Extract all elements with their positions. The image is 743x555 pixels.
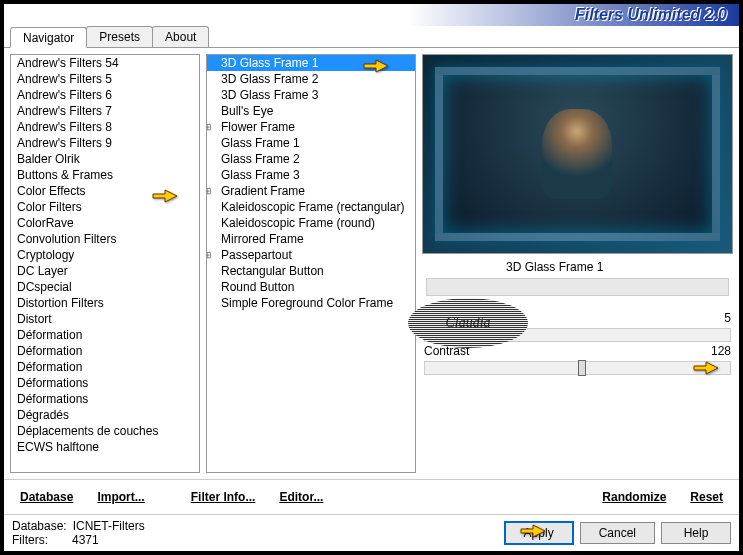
filter-item[interactable]: Kaleidoscopic Frame (round) [207,215,415,231]
apply-button[interactable]: Apply [504,521,574,545]
category-item[interactable]: Déformation [11,343,199,359]
tab-about[interactable]: About [152,26,209,47]
toolbar-row: Database Import... Filter Info... Editor… [4,479,739,514]
param-value: 128 [711,344,731,358]
category-item[interactable]: Dégradés [11,407,199,423]
app-title: Filters Unlimited 2.0 [575,6,727,24]
category-list[interactable]: Andrew's Filters 54Andrew's Filters 5And… [10,54,200,473]
category-item[interactable]: Andrew's Filters 54 [11,55,199,71]
tab-navigator[interactable]: Navigator [10,27,87,48]
db-value: ICNET-Filters [73,519,145,533]
current-filter-row: 3D Glass Frame 1 [422,254,733,303]
title-bar: Filters Unlimited 2.0 [4,4,739,26]
filter-list[interactable]: 3D Glass Frame 13D Glass Frame 23D Glass… [206,54,416,473]
param-label: Contrast [424,344,469,358]
filters-label: Filters: [12,533,48,547]
slider-thumb[interactable] [578,360,586,376]
filter-item[interactable]: Gradient Frame [207,183,415,199]
status-info: Database: ICNET-Filters Filters: 4371 [12,519,145,547]
category-item[interactable]: Déformations [11,391,199,407]
editor-button[interactable]: Editor... [269,486,333,508]
category-item[interactable]: Andrew's Filters 7 [11,103,199,119]
category-item[interactable]: ECWS halftone [11,439,199,455]
cancel-button[interactable]: Cancel [580,522,655,544]
param-row: Frame Size5 [424,309,731,327]
filter-item[interactable]: Mirrored Frame [207,231,415,247]
category-item[interactable]: Andrew's Filters 8 [11,119,199,135]
database-button[interactable]: Database [10,486,83,508]
category-item[interactable]: Cryptology [11,247,199,263]
category-item[interactable]: Déformation [11,327,199,343]
parameters-panel: Frame Size5Contrast128 [422,303,733,473]
category-column: Andrew's Filters 54Andrew's Filters 5And… [10,54,200,473]
filter-item[interactable]: 3D Glass Frame 2 [207,71,415,87]
preview-column: 3D Glass Frame 1 Frame Size5Contrast128 [422,54,733,473]
category-item[interactable]: Balder Olrik [11,151,199,167]
current-filter-name: 3D Glass Frame 1 [426,260,603,274]
filter-item[interactable]: 3D Glass Frame 1 [207,55,415,71]
category-item[interactable]: DCspecial [11,279,199,295]
category-item[interactable]: Andrew's Filters 5 [11,71,199,87]
randomize-button[interactable]: Randomize [592,486,676,508]
param-slider[interactable] [424,328,731,342]
filter-column: 3D Glass Frame 13D Glass Frame 23D Glass… [206,54,416,473]
category-item[interactable]: Andrew's Filters 9 [11,135,199,151]
param-row: Contrast128 [424,342,731,360]
filter-item[interactable]: Simple Foreground Color Frame [207,295,415,311]
category-item[interactable]: Buttons & Frames [11,167,199,183]
filter-name-bar [426,278,729,296]
filter-item[interactable]: Kaleidoscopic Frame (rectangular) [207,199,415,215]
category-item[interactable]: Color Effects [11,183,199,199]
preview-image [422,54,733,254]
param-value: 5 [724,311,731,325]
category-item[interactable]: Convolution Filters [11,231,199,247]
filter-item[interactable]: Round Button [207,279,415,295]
category-item[interactable]: Distort [11,311,199,327]
filter-item[interactable]: 3D Glass Frame 3 [207,87,415,103]
filter-item[interactable]: Flower Frame [207,119,415,135]
category-item[interactable]: Déplacements de couches [11,423,199,439]
filter-item[interactable]: Glass Frame 3 [207,167,415,183]
db-label: Database: [12,519,67,533]
tab-presets[interactable]: Presets [86,26,153,47]
slider-thumb[interactable] [431,327,439,343]
category-item[interactable]: DC Layer [11,263,199,279]
filter-item[interactable]: Glass Frame 2 [207,151,415,167]
app-window: Filters Unlimited 2.0 Navigator Presets … [3,3,740,552]
filter-item[interactable]: Bull's Eye [207,103,415,119]
filter-item[interactable]: Passepartout [207,247,415,263]
filter-item[interactable]: Glass Frame 1 [207,135,415,151]
param-slider[interactable] [424,361,731,375]
filter-info-button[interactable]: Filter Info... [181,486,266,508]
import-button[interactable]: Import... [87,486,154,508]
tabs: Navigator Presets About [4,26,739,48]
filters-value: 4371 [72,533,99,547]
filter-item[interactable]: Rectangular Button [207,263,415,279]
category-item[interactable]: Déformations [11,375,199,391]
reset-button[interactable]: Reset [680,486,733,508]
status-bar: Database: ICNET-Filters Filters: 4371 Ap… [4,514,739,551]
help-button[interactable]: Help [661,522,731,544]
category-item[interactable]: Color Filters [11,199,199,215]
category-item[interactable]: Andrew's Filters 6 [11,87,199,103]
param-label: Frame Size [424,311,485,325]
category-item[interactable]: ColorRave [11,215,199,231]
category-item[interactable]: Distortion Filters [11,295,199,311]
category-item[interactable]: Déformation [11,359,199,375]
main-area: Andrew's Filters 54Andrew's Filters 5And… [4,48,739,479]
